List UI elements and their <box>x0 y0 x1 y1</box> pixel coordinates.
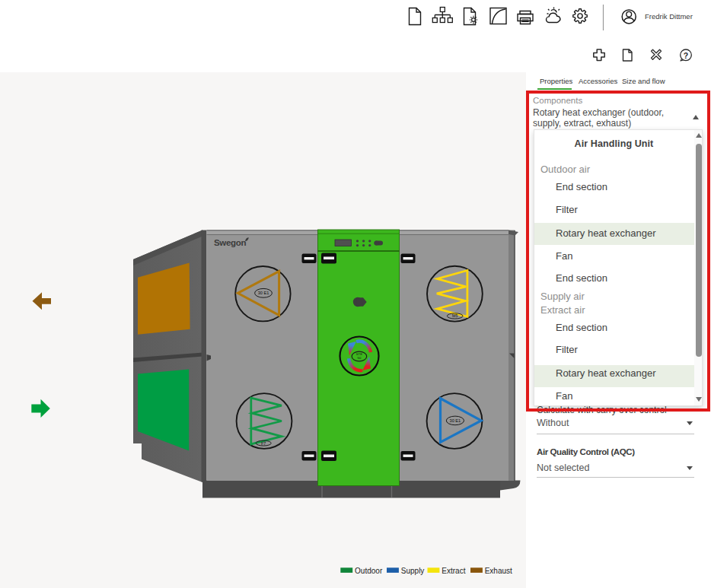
svg-text:30 E1: 30 E1 <box>258 291 269 295</box>
svg-text:F7: F7 <box>261 441 266 446</box>
svg-text:30 E1: 30 E1 <box>450 418 461 423</box>
svg-text:Exhaust: Exhaust <box>485 567 512 575</box>
svg-text:?: ? <box>684 51 688 60</box>
svg-text:50: 50 <box>358 356 362 360</box>
svg-text:Outdoor: Outdoor <box>355 567 383 575</box>
svg-text:Extract: Extract <box>442 567 465 575</box>
svg-text:Supply: Supply <box>401 567 425 575</box>
svg-text:Swegon: Swegon <box>214 238 247 247</box>
svg-text:M5: M5 <box>452 313 458 318</box>
